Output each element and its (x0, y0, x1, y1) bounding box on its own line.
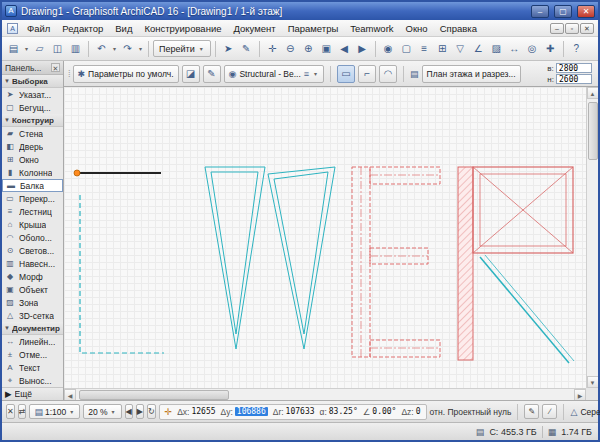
menu-edit[interactable]: Редактор (56, 22, 109, 35)
tracker-y-field[interactable]: Δy: 106886 (221, 407, 268, 417)
redo-button[interactable]: ↷ (119, 40, 136, 57)
guide-lines-button[interactable]: ∠ (470, 40, 487, 57)
chevron-down-icon[interactable]: ▾ (137, 45, 144, 52)
layers-button[interactable]: ≡ (416, 40, 433, 57)
letter-l[interactable] (80, 195, 164, 353)
toolbox-item-wall[interactable]: ▰ Стена (2, 127, 63, 140)
zoom-out-button[interactable]: ⊖ (282, 40, 299, 57)
default-settings-button[interactable]: ✱ Параметры по умолч. (73, 65, 179, 83)
toolbox-item-object[interactable]: ▣ Объект (2, 283, 63, 296)
goto-button[interactable]: Перейти ▾ (153, 40, 211, 57)
mdi-minimize-button[interactable]: – (550, 23, 564, 34)
toolbox-item-column[interactable]: ▮ Колонна (2, 166, 63, 179)
camera-button[interactable]: ◎ (524, 40, 541, 57)
toolbox-item-label-tool[interactable]: ⌖ Вынос... (2, 374, 63, 387)
pan-button[interactable]: ✛ (264, 40, 281, 57)
next-view-button[interactable]: ▶ (354, 40, 371, 57)
pointer-tool-button[interactable]: ➤ (220, 40, 237, 57)
tracker-z-field[interactable]: Δz: 0 (401, 407, 420, 417)
toolbox-item-mesh[interactable]: △ 3D-сетка (2, 309, 63, 322)
zoom-in-button[interactable]: ⊕ (300, 40, 317, 57)
menu-teamwork[interactable]: Teamwork (344, 22, 399, 35)
scroll-left-icon[interactable]: ◀ (64, 389, 76, 401)
tracker-r-field[interactable]: Δr: 107633 (273, 407, 315, 417)
menu-document[interactable]: Документ (227, 22, 281, 35)
grid-snap-button[interactable]: ⊞ (434, 40, 451, 57)
menu-view[interactable]: Вид (109, 22, 138, 35)
pen-button[interactable]: ✎ (203, 65, 221, 83)
close-button[interactable]: ✕ (577, 5, 595, 18)
view-next-button[interactable]: ▶ (136, 404, 144, 419)
toolbox-titlebar[interactable]: Панель... ✕ (2, 61, 63, 75)
toolbox-item-dimension[interactable]: ↔ Линейн... (2, 335, 63, 348)
pick-up-parameters-button[interactable]: ✎ (238, 40, 255, 57)
favorites-button[interactable]: ✚ (542, 40, 559, 57)
scroll-up-icon[interactable]: ▲ (587, 87, 599, 99)
pen-set-button[interactable]: ✎ (524, 404, 539, 419)
line-type-button[interactable]: ∕ (542, 404, 557, 419)
trace-reference-button[interactable]: ▨ (488, 40, 505, 57)
beam-input-line[interactable] (74, 170, 161, 176)
menu-help[interactable]: Справка (434, 22, 483, 35)
close-tracker-button[interactable]: ✕ (6, 404, 15, 419)
help-button[interactable]: ? (568, 40, 585, 57)
tracker-x-field[interactable]: Δx: 12655 (177, 407, 215, 417)
top-offset-input[interactable] (556, 63, 592, 73)
dimension-button[interactable]: ↔ (506, 40, 523, 57)
reference-level-label[interactable]: отн. Проектный нуль (430, 407, 512, 417)
geometry-straight-button[interactable]: ▭ (337, 65, 355, 83)
maximize-button[interactable]: ▢ (554, 5, 572, 18)
toolbox-item-text[interactable]: A Текст (2, 361, 63, 374)
toolbox-section-selection[interactable]: ▼ Выборка (2, 75, 63, 88)
eraser-button[interactable]: ◪ (182, 65, 200, 83)
fit-view-button[interactable]: ▣ (318, 40, 335, 57)
story-settings-button[interactable]: План этажа и разрез... (422, 65, 521, 83)
toolbox-section-document[interactable]: ▼ Документир (2, 322, 63, 335)
open-button[interactable]: ▱ (31, 40, 48, 57)
bottom-offset-input[interactable] (556, 74, 592, 84)
vertical-scroll-thumb[interactable] (588, 102, 598, 160)
marquee-button[interactable]: ▢ (398, 40, 415, 57)
menu-window[interactable]: Окно (400, 22, 434, 35)
minimize-button[interactable]: – (531, 5, 549, 18)
toolbox-more[interactable]: ▶ Ещё (2, 387, 63, 400)
toolbox-item-window[interactable]: ⊞ Окно (2, 153, 63, 166)
view-previous-button[interactable]: ◀ (125, 404, 133, 419)
vertical-scrollbar[interactable]: ▲ ▼ (586, 87, 598, 388)
toolbox-item-skylight[interactable]: ⊙ Светов... (2, 244, 63, 257)
toolbox-item-roof[interactable]: ⌂ Крыша (2, 218, 63, 231)
toolbox-item-level-dimension[interactable]: ± Отме... (2, 348, 63, 361)
toolbox-item-arrow[interactable]: ➤ Указат... (2, 88, 63, 101)
undo-button[interactable]: ↶ (93, 40, 110, 57)
toolbox-item-slab[interactable]: ▭ Перекр... (2, 192, 63, 205)
chevron-down-icon[interactable]: ▾ (23, 45, 30, 52)
scale-selector[interactable]: ▤ 1:100 ▾ (29, 404, 80, 419)
toolbox-item-stair[interactable]: ≡ Лестниц (2, 205, 63, 218)
toolbox-item-door[interactable]: ◧ Дверь (2, 140, 63, 153)
horizontal-scrollbar[interactable]: ◀ ▶ (64, 388, 586, 400)
new-document-button[interactable]: ▤ (5, 40, 22, 57)
letter-e[interactable] (352, 167, 440, 357)
menu-file[interactable]: Файл (21, 22, 56, 35)
chevron-down-icon[interactable]: ▾ (111, 45, 118, 52)
scroll-down-icon[interactable]: ▼ (587, 376, 599, 388)
toolbox-close-icon[interactable]: ✕ (51, 63, 60, 72)
horizontal-scroll-thumb[interactable] (79, 390, 229, 400)
letter-r[interactable] (458, 167, 574, 363)
toolbox-item-marquee[interactable]: ▢ Бегущ... (2, 101, 63, 114)
save-button[interactable]: ◫ (49, 40, 66, 57)
tracker-angle-field[interactable]: α: 83.25° (320, 407, 358, 417)
swap-panel-button[interactable]: ⇄ (18, 404, 27, 419)
letter-r-leg[interactable] (480, 257, 569, 363)
toolbox-item-morph[interactable]: ◆ Морф (2, 270, 63, 283)
toolbox-item-beam[interactable]: ▬ Балка (2, 179, 63, 192)
zoom-selector[interactable]: 20 % ▾ (83, 404, 121, 419)
edit-handle[interactable] (74, 170, 80, 176)
previous-view-button[interactable]: ◀ (336, 40, 353, 57)
layer-combo[interactable]: ◉ Structural - Be... ≡ ▾ (224, 65, 325, 83)
mdi-restore-button[interactable]: ▫ (565, 23, 579, 34)
tracker-grid-angle-field[interactable]: ∠ 0.00° (363, 407, 397, 417)
orbit-button[interactable]: ◉ (380, 40, 397, 57)
geometry-arc-button[interactable]: ◠ (379, 65, 397, 83)
letter-w[interactable] (205, 167, 335, 349)
